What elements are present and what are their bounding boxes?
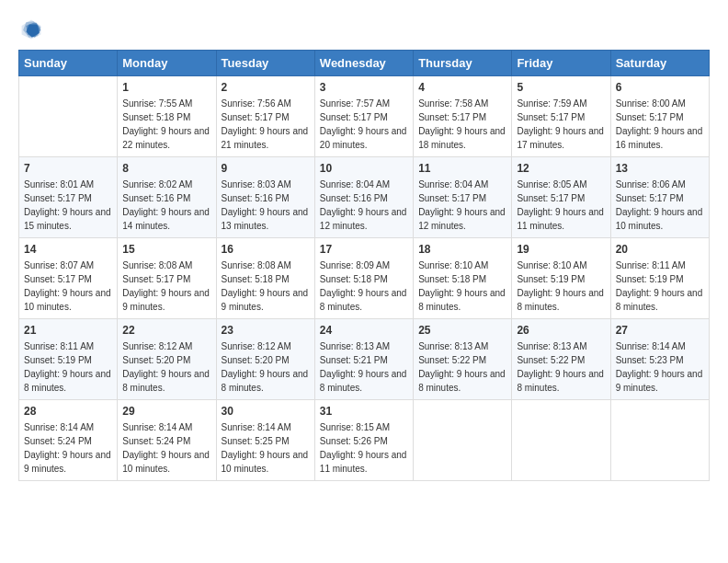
day-cell: 5Sunrise: 7:59 AMSunset: 5:17 PMDaylight…: [512, 76, 610, 157]
day-info: Sunrise: 8:08 AMSunset: 5:18 PMDaylight:…: [222, 259, 310, 314]
day-number: 29: [122, 405, 210, 418]
week-row-1: 1Sunrise: 7:55 AMSunset: 5:18 PMDaylight…: [19, 76, 710, 157]
day-number: 30: [222, 405, 310, 418]
day-number: 21: [24, 324, 112, 337]
day-cell: 19Sunrise: 8:10 AMSunset: 5:19 PMDayligh…: [512, 238, 610, 319]
day-info: Sunrise: 7:59 AMSunset: 5:17 PMDaylight:…: [517, 97, 605, 152]
day-number: 25: [418, 324, 506, 337]
day-cell: 1Sunrise: 7:55 AMSunset: 5:18 PMDaylight…: [118, 76, 216, 157]
week-row-2: 7Sunrise: 8:01 AMSunset: 5:17 PMDaylight…: [19, 157, 710, 238]
day-info: Sunrise: 8:14 AMSunset: 5:24 PMDaylight:…: [24, 420, 112, 476]
day-cell: [414, 400, 512, 481]
day-cell: 8Sunrise: 8:02 AMSunset: 5:16 PMDaylight…: [118, 157, 216, 238]
day-number: 7: [24, 162, 112, 175]
day-cell: [512, 400, 610, 481]
weekday-header-saturday: Saturday: [610, 51, 709, 76]
day-number: 27: [616, 324, 704, 337]
day-number: 28: [24, 405, 112, 418]
day-info: Sunrise: 8:08 AMSunset: 5:17 PMDaylight:…: [122, 259, 210, 314]
day-info: Sunrise: 8:02 AMSunset: 5:16 PMDaylight:…: [122, 178, 210, 233]
day-info: Sunrise: 8:13 AMSunset: 5:22 PMDaylight:…: [418, 339, 506, 395]
weekday-header-tuesday: Tuesday: [216, 51, 314, 76]
day-cell: 23Sunrise: 8:12 AMSunset: 5:20 PMDayligh…: [216, 319, 314, 400]
day-cell: 6Sunrise: 8:00 AMSunset: 5:17 PMDaylight…: [610, 76, 709, 157]
day-cell: 9Sunrise: 8:03 AMSunset: 5:16 PMDaylight…: [216, 157, 314, 238]
day-info: Sunrise: 8:00 AMSunset: 5:17 PMDaylight:…: [616, 97, 704, 152]
day-cell: 31Sunrise: 8:15 AMSunset: 5:26 PMDayligh…: [314, 400, 413, 481]
day-cell: [610, 400, 709, 481]
day-number: 31: [320, 405, 408, 418]
week-row-5: 28Sunrise: 8:14 AMSunset: 5:24 PMDayligh…: [19, 400, 710, 481]
day-number: 11: [418, 162, 506, 175]
day-cell: 29Sunrise: 8:14 AMSunset: 5:24 PMDayligh…: [118, 400, 216, 481]
day-number: 5: [517, 81, 605, 94]
day-info: Sunrise: 8:04 AMSunset: 5:17 PMDaylight:…: [418, 178, 506, 233]
day-cell: 20Sunrise: 8:11 AMSunset: 5:19 PMDayligh…: [610, 238, 709, 319]
day-cell: 27Sunrise: 8:14 AMSunset: 5:23 PMDayligh…: [610, 319, 709, 400]
week-row-3: 14Sunrise: 8:07 AMSunset: 5:17 PMDayligh…: [19, 238, 710, 319]
day-info: Sunrise: 8:10 AMSunset: 5:19 PMDaylight:…: [517, 259, 605, 314]
day-info: Sunrise: 7:55 AMSunset: 5:18 PMDaylight:…: [122, 97, 210, 152]
day-info: Sunrise: 8:04 AMSunset: 5:16 PMDaylight:…: [320, 178, 408, 233]
day-cell: 24Sunrise: 8:13 AMSunset: 5:21 PMDayligh…: [314, 319, 413, 400]
day-info: Sunrise: 8:14 AMSunset: 5:23 PMDaylight:…: [616, 339, 704, 395]
day-info: Sunrise: 8:06 AMSunset: 5:17 PMDaylight:…: [616, 178, 704, 233]
weekday-header-row: SundayMondayTuesdayWednesdayThursdayFrid…: [19, 51, 710, 76]
day-number: 8: [122, 162, 210, 175]
day-cell: 7Sunrise: 8:01 AMSunset: 5:17 PMDaylight…: [19, 157, 118, 238]
day-number: 10: [320, 162, 408, 175]
day-info: Sunrise: 8:07 AMSunset: 5:17 PMDaylight:…: [24, 259, 112, 314]
day-number: 9: [222, 162, 310, 175]
day-cell: 2Sunrise: 7:56 AMSunset: 5:17 PMDaylight…: [216, 76, 314, 157]
day-number: 1: [122, 81, 210, 94]
day-info: Sunrise: 7:57 AMSunset: 5:17 PMDaylight:…: [320, 97, 408, 152]
day-cell: 15Sunrise: 8:08 AMSunset: 5:17 PMDayligh…: [118, 238, 216, 319]
day-info: Sunrise: 8:13 AMSunset: 5:22 PMDaylight:…: [517, 339, 605, 395]
day-cell: 12Sunrise: 8:05 AMSunset: 5:17 PMDayligh…: [512, 157, 610, 238]
day-cell: 30Sunrise: 8:14 AMSunset: 5:25 PMDayligh…: [216, 400, 314, 481]
day-cell: 14Sunrise: 8:07 AMSunset: 5:17 PMDayligh…: [19, 238, 118, 319]
day-cell: 4Sunrise: 7:58 AMSunset: 5:17 PMDaylight…: [414, 76, 512, 157]
day-cell: 28Sunrise: 8:14 AMSunset: 5:24 PMDayligh…: [19, 400, 118, 481]
day-number: 6: [616, 81, 704, 94]
day-cell: 13Sunrise: 8:06 AMSunset: 5:17 PMDayligh…: [610, 157, 709, 238]
day-cell: 18Sunrise: 8:10 AMSunset: 5:18 PMDayligh…: [414, 238, 512, 319]
day-info: Sunrise: 8:14 AMSunset: 5:25 PMDaylight:…: [222, 420, 310, 476]
day-cell: 17Sunrise: 8:09 AMSunset: 5:18 PMDayligh…: [314, 238, 413, 319]
day-info: Sunrise: 8:09 AMSunset: 5:18 PMDaylight:…: [320, 259, 408, 314]
day-info: Sunrise: 7:58 AMSunset: 5:17 PMDaylight:…: [418, 97, 506, 152]
day-number: 19: [517, 243, 605, 256]
weekday-header-friday: Friday: [512, 51, 610, 76]
day-number: 24: [320, 324, 408, 337]
day-cell: 16Sunrise: 8:08 AMSunset: 5:18 PMDayligh…: [216, 238, 314, 319]
day-number: 22: [122, 324, 210, 337]
day-info: Sunrise: 8:11 AMSunset: 5:19 PMDaylight:…: [24, 339, 112, 395]
logo-icon: [20, 18, 42, 40]
day-info: Sunrise: 8:12 AMSunset: 5:20 PMDaylight:…: [122, 339, 210, 395]
day-info: Sunrise: 8:10 AMSunset: 5:18 PMDaylight:…: [418, 259, 506, 314]
day-number: 3: [320, 81, 408, 94]
calendar-table: SundayMondayTuesdayWednesdayThursdayFrid…: [18, 50, 710, 481]
day-info: Sunrise: 8:15 AMSunset: 5:26 PMDaylight:…: [320, 420, 408, 476]
day-info: Sunrise: 8:12 AMSunset: 5:20 PMDaylight:…: [222, 339, 310, 395]
logo: [18, 18, 42, 40]
week-row-4: 21Sunrise: 8:11 AMSunset: 5:19 PMDayligh…: [19, 319, 710, 400]
day-cell: 21Sunrise: 8:11 AMSunset: 5:19 PMDayligh…: [19, 319, 118, 400]
day-number: 15: [122, 243, 210, 256]
day-cell: 3Sunrise: 7:57 AMSunset: 5:17 PMDaylight…: [314, 76, 413, 157]
day-number: 17: [320, 243, 408, 256]
day-info: Sunrise: 8:11 AMSunset: 5:19 PMDaylight:…: [616, 259, 704, 314]
day-info: Sunrise: 8:14 AMSunset: 5:24 PMDaylight:…: [122, 420, 210, 476]
day-info: Sunrise: 8:05 AMSunset: 5:17 PMDaylight:…: [517, 178, 605, 233]
day-info: Sunrise: 8:03 AMSunset: 5:16 PMDaylight:…: [222, 178, 310, 233]
weekday-header-sunday: Sunday: [19, 51, 118, 76]
day-number: 16: [222, 243, 310, 256]
day-number: 18: [418, 243, 506, 256]
day-number: 4: [418, 81, 506, 94]
day-number: 13: [616, 162, 704, 175]
weekday-header-wednesday: Wednesday: [314, 51, 413, 76]
day-info: Sunrise: 7:56 AMSunset: 5:17 PMDaylight:…: [222, 97, 310, 152]
day-cell: 11Sunrise: 8:04 AMSunset: 5:17 PMDayligh…: [414, 157, 512, 238]
day-number: 2: [222, 81, 310, 94]
day-cell: 10Sunrise: 8:04 AMSunset: 5:16 PMDayligh…: [314, 157, 413, 238]
